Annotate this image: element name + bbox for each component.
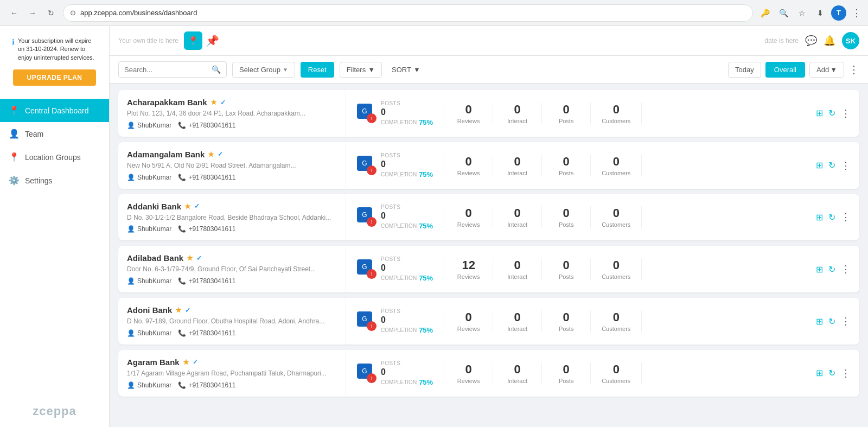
grid-icon[interactable]: ⊞ bbox=[816, 212, 823, 222]
sidebar-item-label: Team bbox=[25, 130, 43, 138]
refresh-icon[interactable]: ↻ bbox=[828, 264, 835, 275]
more-options-icon[interactable]: ⋮ bbox=[841, 263, 851, 275]
red-badge-icon: ! bbox=[367, 321, 376, 331]
completion-row: COMPLETION 75% bbox=[381, 170, 433, 179]
more-options-icon[interactable]: ⋮ bbox=[841, 211, 851, 223]
bell-icon[interactable]: 🔔 bbox=[824, 35, 835, 47]
key-icon[interactable]: 🔑 bbox=[757, 5, 773, 21]
location-pin-active-button[interactable]: 📍 bbox=[184, 31, 202, 50]
more-options-icon[interactable]: ⋮ bbox=[841, 160, 851, 171]
completion-value: 75% bbox=[419, 222, 433, 230]
star-icon[interactable]: ☆ bbox=[794, 5, 809, 21]
posts-count: 0 bbox=[381, 315, 433, 325]
profile-avatar[interactable]: T bbox=[831, 5, 846, 21]
select-group-button[interactable]: Select Group ▼ bbox=[232, 62, 295, 78]
verified-icon: ✓ bbox=[194, 202, 200, 210]
grid-icon[interactable]: ⊞ bbox=[816, 264, 823, 275]
search-box[interactable]: 🔍 bbox=[118, 61, 227, 78]
location-address: D No. 97-189, Ground Floor, Obutha Hospi… bbox=[127, 317, 337, 326]
refresh-icon[interactable]: ↻ bbox=[828, 108, 835, 118]
person-icon: 👤 bbox=[127, 277, 135, 285]
phone-number: +917803041611 bbox=[188, 277, 235, 285]
owner-name: ShubKumar bbox=[137, 381, 171, 389]
customers-stat: 0 Customers bbox=[591, 258, 642, 280]
sidebar-item-settings[interactable]: ⚙️ Settings bbox=[0, 169, 109, 192]
interact-label: Interact bbox=[507, 170, 527, 176]
browser-menu[interactable]: ⋮ bbox=[852, 7, 861, 19]
customers-value: 0 bbox=[613, 310, 620, 324]
card-info: Adamangalam Bank ★ ✓ New No 5/91 A, Old … bbox=[118, 142, 346, 189]
reviews-label: Reviews bbox=[457, 170, 480, 176]
customers-stat: 0 Customers bbox=[591, 362, 642, 384]
posts-section: G ! POSTS 0 COMPLETION 75% bbox=[346, 308, 444, 334]
phone-icon: 📞 bbox=[178, 174, 186, 181]
browser-chrome: ← → ↻ ⊙ app.zceppa.com/business/dashboar… bbox=[0, 0, 868, 26]
chat-icon[interactable]: 💬 bbox=[805, 35, 817, 47]
more-options-icon[interactable]: ⋮ bbox=[841, 367, 851, 379]
browser-actions: 🔑 🔍 ☆ ⬇ T ⋮ bbox=[757, 5, 861, 21]
star-rating: ★ bbox=[187, 254, 193, 262]
upgrade-button[interactable]: UPGRADE PLAN bbox=[13, 69, 96, 86]
interact-label: Interact bbox=[507, 118, 527, 124]
completion-value: 75% bbox=[419, 378, 433, 386]
grid-icon[interactable]: ⊞ bbox=[816, 316, 823, 327]
grid-icon[interactable]: ⊞ bbox=[816, 368, 823, 378]
phone-icon: 📞 bbox=[178, 277, 186, 285]
card-actions: ⊞ ↻ ⋮ bbox=[807, 263, 859, 275]
posts-icon: G ! bbox=[357, 207, 376, 227]
completion-value: 75% bbox=[419, 274, 433, 282]
sidebar-item-location-groups[interactable]: 📍 Location Groups bbox=[0, 145, 109, 169]
search-icon[interactable]: 🔍 bbox=[776, 5, 791, 21]
card-meta: 👤 ShubKumar 📞 +917803041611 bbox=[127, 329, 337, 337]
posts-stat: 0 Posts bbox=[542, 362, 591, 384]
verified-icon: ✓ bbox=[196, 254, 202, 262]
more-options-icon[interactable]: ⋮ bbox=[841, 315, 851, 327]
completion-value: 75% bbox=[419, 326, 433, 334]
owner-info: 👤 ShubKumar bbox=[127, 225, 171, 233]
reset-button[interactable]: Reset bbox=[301, 62, 334, 78]
customers-value: 0 bbox=[613, 103, 620, 117]
more-options-icon[interactable]: ⋮ bbox=[841, 107, 851, 119]
refresh-icon[interactable]: ↻ bbox=[828, 316, 835, 327]
sidebar: ℹ Your subscription will expire on 31-10… bbox=[0, 26, 110, 427]
sidebar-item-central-dashboard[interactable]: 📍 Central Dashboard bbox=[0, 99, 109, 122]
grid-icon[interactable]: ⊞ bbox=[816, 108, 823, 118]
interact-stat: 0 Interact bbox=[493, 206, 542, 228]
location-name: Adilabad Bank ★ ✓ bbox=[127, 253, 337, 263]
reload-button[interactable]: ↻ bbox=[43, 5, 59, 21]
overall-button[interactable]: Overall bbox=[765, 62, 805, 78]
posts-stat-label: Posts bbox=[559, 326, 574, 332]
sort-button[interactable]: SORT ▼ bbox=[387, 62, 425, 77]
customers-value: 0 bbox=[613, 206, 620, 220]
address-bar[interactable]: ⊙ app.zceppa.com/business/dashboard bbox=[63, 4, 753, 22]
owner-name: ShubKumar bbox=[137, 225, 171, 233]
back-button[interactable]: ← bbox=[7, 5, 22, 21]
reviews-stat: 12 Reviews bbox=[444, 258, 493, 280]
reviews-stat: 0 Reviews bbox=[444, 362, 493, 384]
phone-info: 📞 +917803041611 bbox=[178, 174, 235, 181]
posts-count: 0 bbox=[381, 107, 433, 117]
filters-button[interactable]: Filters ▼ bbox=[340, 62, 382, 78]
refresh-icon[interactable]: ↻ bbox=[828, 368, 835, 378]
today-button[interactable]: Today bbox=[728, 62, 761, 78]
add-button[interactable]: Add ▼ bbox=[809, 62, 844, 78]
location-name: Agaram Bank ★ ✓ bbox=[127, 358, 337, 367]
location-pin-outline-icon[interactable]: 📌 bbox=[206, 34, 219, 47]
browser-nav: ← → ↻ bbox=[7, 5, 59, 21]
phone-info: 📞 +917803041611 bbox=[178, 225, 235, 233]
search-input[interactable] bbox=[124, 66, 208, 74]
more-options-icon[interactable]: ⋮ bbox=[848, 63, 859, 76]
card-stats: G ! POSTS 0 COMPLETION 75% 12 Reviews 0 bbox=[346, 246, 859, 292]
chevron-down-icon: ▼ bbox=[830, 66, 837, 74]
customers-stat: 0 Customers bbox=[591, 103, 642, 124]
location-name-text: Agaram Bank bbox=[127, 358, 180, 367]
user-avatar[interactable]: SK bbox=[842, 32, 859, 49]
refresh-icon[interactable]: ↻ bbox=[828, 212, 835, 222]
owner-info: 👤 ShubKumar bbox=[127, 122, 171, 129]
customers-value: 0 bbox=[613, 155, 620, 169]
download-icon[interactable]: ⬇ bbox=[813, 5, 828, 21]
grid-icon[interactable]: ⊞ bbox=[816, 160, 823, 170]
sidebar-item-team[interactable]: 👤 Team bbox=[0, 122, 109, 145]
refresh-icon[interactable]: ↻ bbox=[828, 160, 835, 170]
forward-button[interactable]: → bbox=[25, 5, 40, 21]
